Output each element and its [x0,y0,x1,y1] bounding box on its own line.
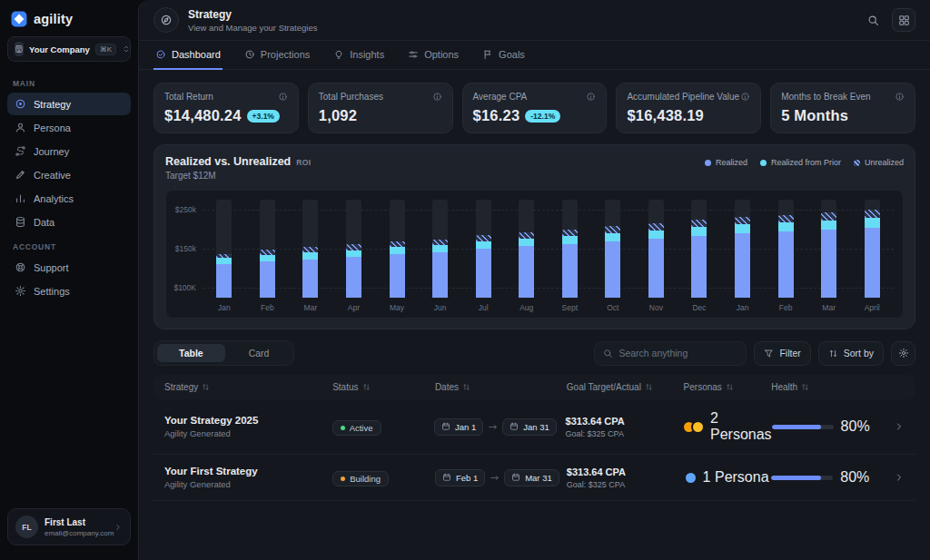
sidebar: agility Your Company ⌘K MAINStrategyPers… [0,0,138,560]
kpi-value-row: $16,438.19 [627,107,750,124]
realized-segment [432,252,448,298]
health-bar [772,425,834,429]
tab-insights[interactable]: Insights [331,41,386,70]
kpi-label: Total Purchases [319,92,383,102]
column-label: Strategy [164,382,198,392]
goal-actual: $313.64 CPA [566,416,682,427]
tab-label: Projections [261,49,310,60]
search-icon [867,15,879,26]
personas-cell: 1 Persona [684,469,772,486]
kpi-label-row: Accumulated Pipeline Value [627,92,750,102]
realized-segment [778,231,794,298]
route-icon [15,145,26,157]
sidebar-item-settings[interactable]: Settings [7,280,131,302]
status-badge: Building [332,471,389,486]
sidebar-item-support[interactable]: Support [7,256,131,279]
health-percent: 80% [840,469,869,486]
realized-from-prior-segment [562,236,578,243]
user-card[interactable]: FL First Last email@company.com [7,508,131,545]
tab-projections[interactable]: Projections [242,41,312,70]
realized-from-prior-segment [302,252,318,260]
tab-options[interactable]: Options [406,41,460,70]
bar-track [562,200,578,298]
realized-from-prior-segment [778,222,794,231]
realized-segment [346,257,361,298]
column-header-personas[interactable]: Personas [684,382,772,392]
chart-header: Realized vs. Unrealized ROI Target $12M … [165,155,904,181]
realized-from-prior-segment [519,239,534,246]
realized-segment [390,254,405,298]
y-tick-label: $150k [175,244,196,253]
personas-count: 2 Personas [710,410,772,443]
health-bar-fill [772,425,821,429]
apps-button[interactable] [892,8,915,32]
sort-icon [362,383,371,391]
table-body: Your Strategy 2025Agility GeneratedActiv… [153,399,915,501]
strategy-cell: Your First StrategyAgility Generated [164,466,332,489]
sidebar-item-journey[interactable]: Journey [7,140,131,162]
chart-bar [635,200,678,298]
table-row[interactable]: Your Strategy 2025Agility GeneratedActiv… [153,399,915,455]
column-header-goal-target-actual[interactable]: Goal Target/Actual [567,382,684,392]
x-axis-label: Jan [721,303,765,312]
check-circle-icon [155,49,166,60]
sidebar-item-creative[interactable]: Creative [7,163,131,186]
view-toggle-card[interactable]: Card [227,344,292,362]
sort-icon [801,383,809,391]
search-icon [603,349,613,359]
kpi-value: 5 Months [781,107,848,124]
chart-bar [505,200,549,298]
filter-button[interactable]: Filter [754,341,810,366]
nav-section-label: MAIN [0,71,138,92]
chart-bar [203,200,246,298]
column-header-health[interactable]: Health [771,382,881,392]
column-header-status[interactable]: Status [332,382,435,392]
x-axis-label: Dec [678,303,721,312]
health-bar-fill [771,476,820,480]
column-header-dates[interactable]: Dates [435,382,567,392]
health-bar [771,476,833,480]
user-name: First Last [45,517,107,527]
sort-button[interactable]: Sort by [818,341,884,366]
clock-icon [244,49,255,60]
chevrons-up-down-icon [122,44,131,54]
chart-bar [764,200,807,298]
kpi-value: $16.23 [473,107,520,124]
chart-bar [375,200,419,298]
row-expand-button[interactable] [881,472,905,483]
end-date: Jan 31 [523,422,549,432]
table-settings-button[interactable] [891,341,915,366]
view-toggle-table[interactable]: Table [157,344,225,362]
column-label: Dates [435,382,459,392]
start-date: Jan 1 [455,422,476,432]
sidebar-item-persona[interactable]: Persona [7,116,131,139]
bulb-icon [333,49,344,60]
end-date-chip: Jan 31 [502,418,557,436]
sidebar-item-data[interactable]: Data [7,211,131,233]
column-header-strategy[interactable]: Strategy [164,382,332,392]
end-date-chip: Mar 31 [504,469,559,486]
search-button[interactable] [861,8,885,32]
tab-goals[interactable]: Goals [480,41,527,70]
kpi-value: 1,092 [319,107,357,124]
bar-track [390,200,405,298]
sidebar-item-strategy[interactable]: Strategy [7,93,131,115]
goal-icon [482,49,493,60]
tab-dashboard[interactable]: Dashboard [153,41,223,70]
company-switcher[interactable]: Your Company ⌘K [7,36,131,62]
calendar-icon [442,473,451,482]
gear-icon [15,285,26,297]
table-row[interactable]: Your First StrategyAgility GeneratedBuil… [153,455,915,501]
realized-segment [519,246,534,298]
kpi-card-total-purchases: Total Purchases1,092 [308,83,453,133]
kpi-card-average-cpa: Average CPA$16.23-12.1% [462,83,608,133]
realized-segment [821,230,836,298]
sidebar-item-analytics[interactable]: Analytics [7,187,131,210]
end-date: Mar 31 [525,473,552,483]
search-input[interactable] [618,348,737,359]
row-expand-button[interactable] [881,421,905,432]
health-percent: 80% [841,418,870,435]
unrealized-segment [648,223,664,231]
status-dot [341,476,345,481]
x-axis-label: Oct [591,303,635,312]
